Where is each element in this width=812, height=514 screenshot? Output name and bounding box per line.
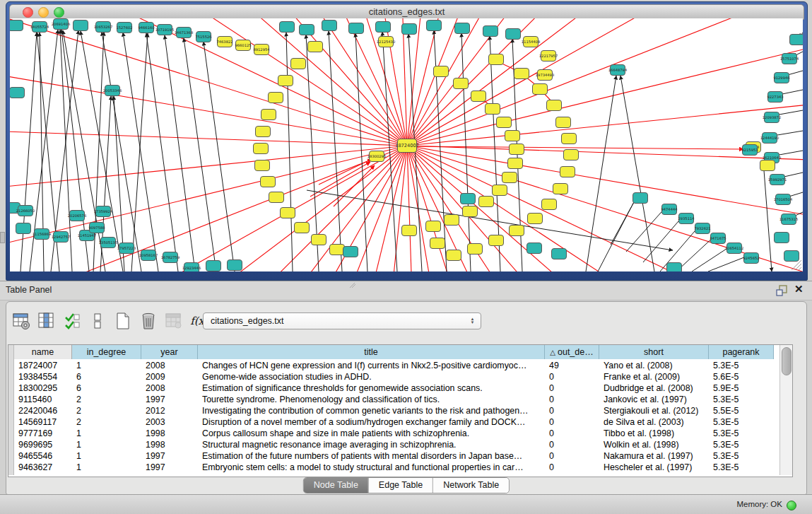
graph-node[interactable]: 17016504 [774,194,793,205]
teal-node-icon[interactable] [633,193,648,204]
cell-name[interactable]: 14569117 [14,416,72,428]
cell-pagerank[interactable]: 5.3E-5 [709,360,774,371]
cell-year[interactable]: 1997 [141,394,198,405]
teal-node-icon[interactable] [10,21,23,31]
graph-node[interactable] [562,134,577,144]
graph-node[interactable] [255,160,270,171]
teal-node-icon[interactable] [455,23,470,34]
float-panel-icon[interactable] [776,285,788,296]
table-row[interactable]: 946554611997Estimation of the future num… [14,450,779,462]
cell-year[interactable]: 2008 [141,382,198,394]
graph-node[interactable]: 15992971 [768,175,787,185]
delete-trash-icon[interactable] [139,312,158,330]
table-row[interactable]: 946362711997Embryonic stem cells: a mode… [14,462,779,473]
yellow-node-icon[interactable] [269,93,283,103]
graph-node[interactable] [560,167,575,177]
yellow-node-icon[interactable] [471,91,486,102]
yellow-node-icon[interactable] [330,245,345,255]
graph-node[interactable] [497,117,512,128]
column-header-short[interactable]: short [599,345,709,359]
column-header-out_de[interactable]: △out_de… [545,345,599,359]
yellow-node-icon[interactable] [256,127,271,137]
cell-pagerank[interactable]: 5.3E-5 [709,428,774,439]
teal-node-icon[interactable] [73,21,88,31]
graph-node[interactable] [261,177,276,187]
column-header-name[interactable]: name [14,345,72,359]
cell-in_degree[interactable]: 2 [72,416,141,428]
graph-node[interactable]: 2935114 [678,214,695,224]
graph-node[interactable] [790,35,804,45]
yellow-node-icon[interactable] [508,158,523,169]
cell-title[interactable]: Disruption of a novel member of a sodium… [198,416,545,428]
teal-node-icon[interactable] [402,24,417,35]
yellow-node-icon[interactable] [447,250,461,261]
graph-node[interactable] [281,208,295,218]
cell-out_de[interactable]: 0 [545,394,599,405]
table-row[interactable]: 2242004622012Investigating the contribut… [14,405,779,416]
graph-node[interactable] [556,117,571,128]
graph-node[interactable]: 21266050 [16,206,35,216]
yellow-node-icon[interactable] [553,184,568,194]
graph-node[interactable] [506,29,521,40]
graph-node[interactable] [228,260,242,271]
cell-title[interactable]: Estimation of the future numbers of pati… [198,450,545,462]
graph-node[interactable] [784,251,799,262]
graph-node[interactable]: 9097588 [88,223,105,233]
graph-node[interactable]: 9660125 [235,40,251,51]
teal-node-icon[interactable] [349,23,364,34]
graph-node[interactable] [434,66,449,77]
cell-title[interactable]: Genome-wide association studies in ADHD. [198,371,545,382]
graph-node[interactable] [486,104,500,115]
graph-node[interactable] [254,144,269,154]
teal-node-icon[interactable] [300,25,314,35]
yellow-node-icon[interactable] [486,104,500,115]
new-document-icon[interactable] [114,312,132,330]
graph-node[interactable] [667,263,682,272]
cell-short[interactable]: Yano et al. (2008) [599,360,709,371]
cell-in_degree[interactable]: 1 [72,428,141,439]
yellow-node-icon[interactable] [261,177,276,187]
table-row[interactable]: 969969511998Structural magnetic resonanc… [14,439,779,450]
teal-node-icon[interactable] [506,29,521,40]
teal-node-icon[interactable] [427,21,442,31]
graph-node[interactable] [330,245,345,255]
cell-name[interactable]: 9463627 [14,462,72,473]
graph-node[interactable] [402,226,417,236]
window-titlebar[interactable]: citations_edges.txt [9,4,804,20]
cell-pagerank[interactable]: 5.3E-5 [709,394,774,405]
graph-node[interactable] [493,185,507,196]
graph-node[interactable] [510,144,524,155]
cell-out_de[interactable]: 0 [545,439,599,450]
graph-node[interactable]: 20691406 [52,19,70,30]
graph-node[interactable] [447,250,461,261]
cell-year[interactable]: 2009 [141,371,198,382]
teal-node-icon[interactable] [343,247,358,257]
yellow-node-icon[interactable] [255,160,270,171]
yellow-node-icon[interactable] [254,144,269,154]
cell-name[interactable]: 19384554 [14,371,72,382]
graph-node[interactable] [73,21,88,31]
teal-node-icon[interactable] [376,22,391,33]
cell-out_de[interactable]: 49 [545,360,599,371]
graph-node[interactable]: 7515526 [195,32,211,42]
graph-node[interactable] [514,69,529,79]
cell-year[interactable]: 1998 [141,439,198,450]
select-all-check-icon[interactable] [63,312,81,330]
cell-in_degree[interactable]: 6 [72,371,141,382]
cell-in_degree[interactable]: 1 [72,439,141,450]
cell-name[interactable]: 9465546 [14,450,72,462]
close-panel-icon[interactable]: ✕ [794,283,804,296]
graph-node[interactable]: 18724007 [395,139,419,153]
graph-node[interactable]: 12444190 [760,133,779,144]
cell-short[interactable]: Hescheler et al. (1997) [599,462,709,473]
yellow-node-icon[interactable] [510,226,524,236]
graph-node[interactable] [775,233,789,243]
yellow-node-icon[interactable] [426,221,441,232]
splitter-grip-icon[interactable] [349,283,356,288]
graph-node[interactable] [552,249,567,259]
yellow-node-icon[interactable] [489,54,504,65]
graph-node[interactable] [564,150,579,160]
cell-in_degree[interactable]: 6 [72,382,141,394]
yellow-node-icon[interactable] [278,76,293,86]
graph-node[interactable]: 9466160 [138,23,154,33]
